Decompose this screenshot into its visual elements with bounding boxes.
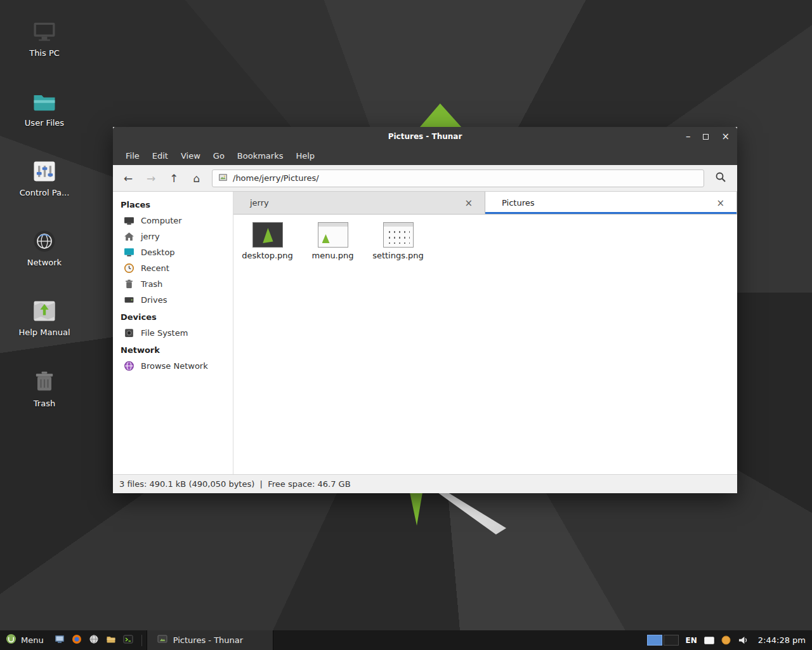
filesystem-drive-icon <box>124 328 134 338</box>
globe-icon <box>30 227 58 255</box>
file-manager-launcher[interactable] <box>103 630 120 650</box>
titlebar[interactable]: Pictures - Thunar – × <box>113 127 737 146</box>
desktop-wallpaper: This PC User Files Control Pa... Network… <box>0 0 812 650</box>
wallpaper-mint-logo-top <box>414 103 462 128</box>
menu-help[interactable]: Help <box>289 148 321 164</box>
sidebar-item-browse-network[interactable]: Browse Network <box>113 358 233 374</box>
thumbnail-desktop-png <box>252 222 283 248</box>
maximize-button[interactable] <box>703 134 709 140</box>
sidebar-item-desktop[interactable]: Desktop <box>113 244 233 260</box>
search-icon <box>715 171 726 185</box>
sidebar-item-computer[interactable]: Computer <box>113 213 233 229</box>
map-icon <box>30 297 58 325</box>
start-menu-label: Menu <box>21 635 44 645</box>
sidebar-item-label: Drives <box>141 295 167 305</box>
trash-icon <box>124 279 134 289</box>
menu-go[interactable]: Go <box>207 148 231 164</box>
wallpaper-mint-logo-bottom <box>410 493 422 526</box>
taskbar-clock[interactable]: 2:44:28 pm <box>756 635 806 645</box>
keyboard-layout-icon[interactable] <box>704 637 714 644</box>
tab-close-icon[interactable]: × <box>460 197 477 209</box>
menu-view[interactable]: View <box>174 148 207 164</box>
tab-pictures[interactable]: Pictures × <box>485 192 737 214</box>
toolbar: ← → ↑ ⌂ /home/jerry/Pictures/ <box>113 165 737 192</box>
control-panel-icon <box>30 157 58 185</box>
sidebar-header-devices: Devices <box>113 308 233 325</box>
taskbar: Menu Pictures - Thunar EN <box>0 630 812 650</box>
sidebar-header-network: Network <box>113 341 233 358</box>
desktop-icon-label: User Files <box>25 118 64 128</box>
globe-icon <box>89 634 99 647</box>
terminal-launcher[interactable] <box>120 630 137 650</box>
up-button[interactable]: ↑ <box>164 169 184 187</box>
desktop-icon-label: Control Pa... <box>20 188 70 197</box>
start-menu-button[interactable]: Menu <box>0 630 51 650</box>
close-button[interactable]: × <box>721 132 730 142</box>
sidebar: Places Computer jerry Desktop Recent <box>113 192 233 474</box>
sidebar-item-file-system[interactable]: File System <box>113 325 233 341</box>
thumbnail-settings-png <box>383 222 414 248</box>
window-title: Pictures - Thunar <box>388 132 462 141</box>
taskbar-separator <box>141 635 142 646</box>
status-bar: 3 files: 490.1 kB (490,050 bytes) | Free… <box>113 474 737 493</box>
menu-file[interactable]: File <box>119 148 146 164</box>
file-item-menu-png[interactable]: menu.png <box>300 222 365 260</box>
sidebar-item-label: Browse Network <box>141 361 208 371</box>
forward-button[interactable]: → <box>141 169 161 187</box>
sidebar-item-trash[interactable]: Trash <box>113 276 233 292</box>
tab-jerry[interactable]: jerry × <box>233 192 485 214</box>
folder-icon <box>30 88 58 116</box>
network-globe-icon <box>124 361 134 371</box>
desktop-icon-label: Trash <box>34 399 55 408</box>
desktop-icon-label: This PC <box>29 48 60 58</box>
desktop-icon-label: Network <box>27 258 62 267</box>
thunar-window: Pictures - Thunar – × File Edit View Go … <box>113 127 737 493</box>
desktop-icon-help-manual[interactable]: Help Manual <box>10 297 79 338</box>
menu-edit[interactable]: Edit <box>146 148 174 164</box>
sidebar-header-places: Places <box>113 196 233 213</box>
drive-icon <box>124 295 134 305</box>
update-manager-icon[interactable] <box>721 635 731 645</box>
wallpaper-logo-blade <box>438 493 506 534</box>
desktop-icon-user-files[interactable]: User Files <box>10 88 79 128</box>
file-name: menu.png <box>311 251 353 260</box>
workspace-1[interactable] <box>647 635 662 646</box>
path-bar[interactable]: /home/jerry/Pictures/ <box>212 169 704 187</box>
file-list[interactable]: desktop.png menu.png settings.png <box>233 215 737 474</box>
home-icon <box>124 231 134 242</box>
tab-close-icon[interactable]: × <box>712 197 729 209</box>
sidebar-item-label: Recent <box>141 263 169 273</box>
file-item-settings-png[interactable]: settings.png <box>365 222 431 260</box>
menu-bookmarks[interactable]: Bookmarks <box>231 148 290 164</box>
tab-label: jerry <box>250 198 460 208</box>
workspace-switcher[interactable] <box>647 635 679 646</box>
image-file-icon <box>218 173 228 183</box>
file-item-desktop-png[interactable]: desktop.png <box>235 222 300 260</box>
home-button[interactable]: ⌂ <box>187 169 207 187</box>
computer-icon <box>30 18 58 46</box>
firefox-launcher[interactable] <box>69 630 86 650</box>
minimize-button[interactable]: – <box>686 132 691 142</box>
web-browser-launcher[interactable] <box>86 630 103 650</box>
desktop-icon-this-pc[interactable]: This PC <box>10 18 79 58</box>
tab-label: Pictures <box>502 198 712 208</box>
sidebar-item-label: Desktop <box>141 248 175 257</box>
sidebar-item-label: Computer <box>141 216 182 225</box>
search-button[interactable] <box>709 169 732 188</box>
desktop-icon-network[interactable]: Network <box>10 227 79 268</box>
volume-icon[interactable] <box>738 635 749 645</box>
desktop-icon-control-panel[interactable]: Control Pa... <box>10 157 79 198</box>
task-button-thunar[interactable]: Pictures - Thunar <box>147 630 273 650</box>
back-button[interactable]: ← <box>118 169 138 187</box>
menubar: File Edit View Go Bookmarks Help <box>113 146 737 165</box>
sidebar-item-home[interactable]: jerry <box>113 229 233 244</box>
desktop-icon-label: Help Manual <box>18 328 70 337</box>
sidebar-item-label: jerry <box>141 232 160 241</box>
desktop-icon-trash[interactable]: Trash <box>10 368 79 409</box>
show-desktop-button[interactable] <box>51 630 69 650</box>
keyboard-language-indicator[interactable]: EN <box>686 636 697 645</box>
workspace-2[interactable] <box>664 635 679 646</box>
sidebar-item-recent[interactable]: Recent <box>113 260 233 276</box>
terminal-icon <box>123 634 133 647</box>
sidebar-item-drives[interactable]: Drives <box>113 292 233 308</box>
